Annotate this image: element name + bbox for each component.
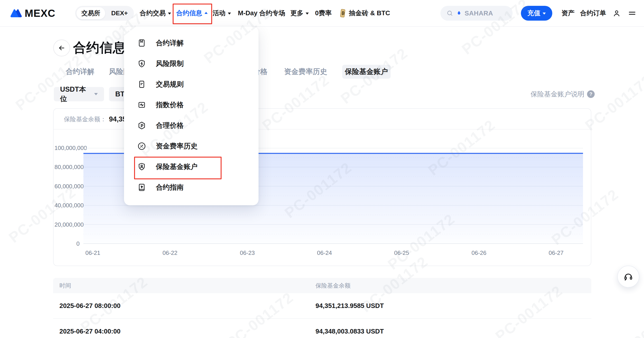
page-title: 合约信息 — [73, 39, 126, 56]
nav-futures-orders[interactable]: 合约订单 — [580, 0, 606, 26]
table-row[interactable]: 2025-06-27 08:00:00 94,351,213.9585 USDT — [53, 293, 591, 319]
table-header-balance: 保险基金余额 — [316, 278, 350, 293]
back-arrow-icon — [58, 44, 66, 52]
y-axis-tick: 80,000,000 — [54, 163, 80, 171]
percent-circle-icon — [138, 142, 146, 150]
x-axis-tick: 06-25 — [386, 250, 417, 256]
tab-funding-history[interactable]: 资金费率历史 — [284, 65, 327, 79]
nav-zero-fee[interactable]: 0费率 — [315, 0, 332, 26]
headset-icon — [623, 272, 634, 282]
chevron-up-icon — [204, 12, 208, 14]
tab-contract-details[interactable]: 合约详解 — [66, 65, 94, 79]
menu-item-risk-limit[interactable]: 风险限制 — [124, 53, 258, 74]
cell-time: 2025-06-27 08:00:00 — [60, 293, 120, 318]
insurance-fund-table: 时间 保险基金余额 2025-06-27 08:00:00 94,351,213… — [53, 278, 591, 338]
toggle-exchange[interactable]: 交易所 — [76, 7, 105, 19]
menu-item-fair-price[interactable]: 合理价格 — [124, 115, 258, 136]
document-lines-icon — [138, 80, 146, 88]
y-axis-tick: 60,000,000 — [54, 183, 80, 190]
usdt-margin-select[interactable]: USDT本位 — [54, 87, 104, 101]
gold-brick-icon — [338, 8, 347, 18]
mexc-logo[interactable]: MEXC — [10, 0, 56, 26]
market-toggle: 交易所 DEX+ — [75, 6, 134, 21]
search-icon — [446, 10, 454, 17]
chevron-down-icon — [94, 93, 98, 95]
x-axis-tick: 06-23 — [232, 250, 263, 256]
table-header-time: 时间 — [60, 278, 71, 293]
y-axis-tick: 0 — [54, 240, 80, 247]
menu-item-futures-guide[interactable]: 合约指南 — [124, 177, 258, 198]
search-input[interactable]: SAHARA — [440, 6, 512, 21]
nav-gold-brick[interactable]: 抽金砖 & BTC — [338, 0, 390, 26]
nav-mday[interactable]: M-Day 合约专场 — [238, 0, 285, 26]
hexagon-p-icon — [138, 121, 146, 130]
nav-activity[interactable]: 活动 — [212, 0, 231, 26]
x-axis-tick: 06-26 — [463, 250, 495, 256]
cell-balance: 94,348,003.0833 USDT — [316, 319, 384, 338]
top-navbar: MEXC 交易所 DEX+ 合约交易 合约信息 活动 M-Day 合约专场 更多… — [0, 0, 644, 27]
insurance-fund-help-link[interactable]: 保险基金账户说明 ? — [530, 90, 595, 98]
x-axis-tick: 06-21 — [77, 250, 108, 256]
search-ticker-text: SAHARA — [464, 10, 493, 17]
menu-item-insurance-fund[interactable]: 保险基金账户 — [124, 156, 258, 177]
customer-support-button[interactable] — [617, 266, 639, 288]
tab-insurance-fund-active[interactable]: 保险基金账户 — [342, 65, 390, 79]
question-mark-icon[interactable]: ? — [587, 90, 595, 98]
deposit-button[interactable]: 充值 — [521, 6, 552, 21]
chevron-down-icon — [306, 12, 309, 14]
back-button[interactable] — [53, 39, 70, 56]
hamburger-menu-icon[interactable] — [628, 0, 636, 26]
nav-futures-info[interactable]: 合约信息 — [176, 0, 208, 26]
y-axis-tick: 40,000,000 — [54, 202, 80, 209]
menu-item-contract-details[interactable]: 合约详解 — [124, 33, 258, 53]
guide-book-icon — [138, 183, 146, 192]
mexc-insurance-fund-page: MEXC 交易所 DEX+ 合约交易 合约信息 活动 M-Day 合约专场 更多… — [0, 0, 644, 338]
watermark-text: PC-001172 — [608, 304, 644, 338]
menu-item-trading-rules[interactable]: 交易规则 — [124, 74, 258, 95]
watermark-text: PC-001172 — [12, 51, 86, 114]
toggle-dex[interactable]: DEX+ — [105, 10, 134, 17]
table-header-row: 时间 保险基金余额 — [53, 278, 591, 293]
pulse-chart-icon — [138, 101, 146, 109]
user-profile-icon[interactable] — [612, 0, 621, 26]
x-axis-tick: 06-27 — [540, 250, 572, 256]
nav-more[interactable]: 更多 — [290, 0, 309, 26]
mexc-logo-text: MEXC — [25, 7, 56, 19]
mexc-logo-icon — [10, 8, 22, 18]
menu-item-funding-history[interactable]: 资金费率历史 — [124, 136, 258, 156]
x-axis-tick: 06-24 — [309, 250, 340, 256]
balance-label: 保险基金余额： — [64, 115, 106, 123]
token-flame-icon — [456, 10, 462, 16]
shield-bolt-icon — [138, 59, 146, 68]
cell-time: 2025-06-27 04:00:00 — [60, 319, 120, 338]
y-axis-tick: 20,000,000 — [54, 221, 80, 228]
y-axis-tick: 100,000,000 — [54, 144, 80, 152]
chevron-down-icon — [543, 12, 546, 14]
chevron-down-icon — [228, 12, 231, 14]
x-axis-tick: 06-22 — [154, 250, 186, 256]
cell-balance: 94,351,213.9585 USDT — [316, 293, 384, 318]
chevron-down-icon — [168, 12, 171, 14]
nav-assets[interactable]: 资产 — [562, 0, 574, 26]
menu-item-index-price[interactable]: 指数价格 — [124, 95, 258, 115]
table-row[interactable]: 2025-06-27 04:00:00 94,348,003.0833 USDT — [53, 319, 591, 338]
nav-futures-trade[interactable]: 合约交易 — [140, 0, 171, 26]
futures-info-dropdown: 合约详解 风险限制 交易规则 指数价格 合理价格 — [124, 26, 258, 205]
shield-user-icon — [138, 162, 146, 171]
book-bookmark-icon — [138, 39, 146, 47]
